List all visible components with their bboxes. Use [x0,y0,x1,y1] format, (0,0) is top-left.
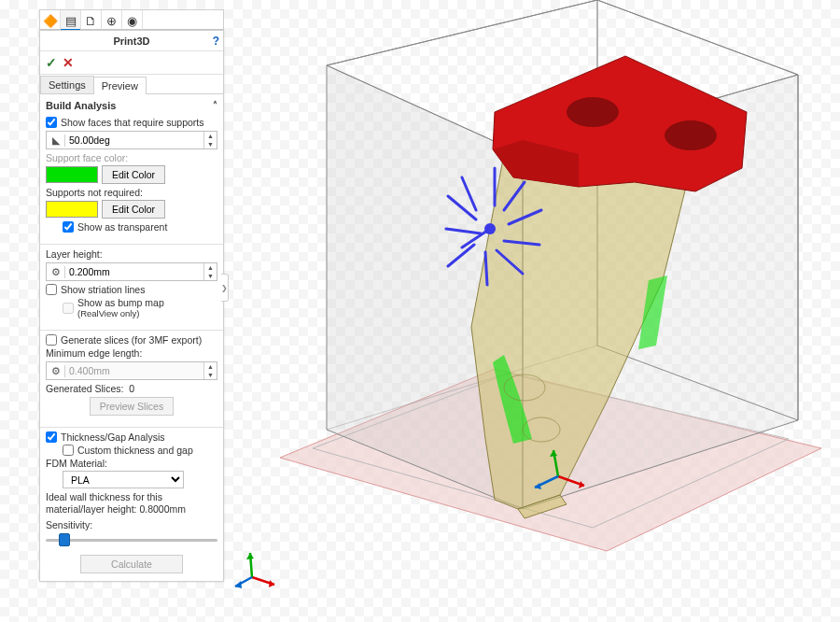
ideal-thickness-text: Ideal wall thickness for this material/l… [46,491,217,516]
tab-icon-3[interactable]: 🗋 [81,10,102,31]
tab-icon-5[interactable]: ◉ [122,10,143,31]
bump-label: Show as bump map [77,297,164,308]
layer-height-input-group: ⚙ ▲▼ [46,262,217,281]
bump-sub-label: (RealView only) [77,308,164,318]
custom-thickness-checkbox[interactable] [63,445,74,456]
tab-icon-2[interactable]: ▤ [61,10,81,31]
layer-height-title: Layer height: [46,248,217,260]
angle-input[interactable] [65,132,203,148]
custom-thickness-label: Custom thickness and gap [77,445,193,456]
min-edge-input-group: ⚙ ▲▼ [46,361,217,380]
confirm-row: ✓ ✕ [40,51,223,75]
material-select[interactable]: PLA [63,471,184,488]
thickness-analysis-label: Thickness/Gap Analysis [61,431,164,443]
tab-icon-4[interactable]: ⊕ [102,10,122,31]
support-color-label: Support face color: [46,152,217,163]
panel-title-bar: Print3D ? [40,31,223,51]
support-color-swatch[interactable] [46,166,98,183]
preview-slices-button: Preview Slices [90,397,174,416]
panel-title: Print3D [113,35,149,47]
show-supports-label: Show faces that require supports [61,117,204,128]
accept-button[interactable]: ✓ [46,55,57,70]
view-triad[interactable] [233,547,280,594]
layer-section: Layer height: ⚙ ▲▼ Show striation lines … [40,236,223,322]
tab-preview[interactable]: Preview [93,77,147,94]
slices-section: Generate slices (for 3MF export) Minimum… [40,322,223,419]
feature-manager-tabs: 🔶 ▤ 🗋 ⊕ ◉ [39,9,224,30]
thickness-section: Thickness/Gap Analysis Custom thickness … [40,419,223,581]
help-icon[interactable]: ? [213,35,219,48]
generate-slices-label: Generate slices (for 3MF export) [61,334,202,346]
generated-slices-row: Generated Slices: 0 [46,383,217,394]
build-analysis-header[interactable]: Build Analysis ˄ [46,98,217,115]
sensitivity-label: Sensitivity: [46,519,217,530]
svg-point-11 [567,97,619,127]
calculate-button: Calculate [80,555,183,573]
show-supports-checkbox[interactable] [46,117,57,128]
striation-label: Show striation lines [61,284,145,295]
show-transparent-checkbox[interactable] [63,221,74,233]
no-support-color-swatch[interactable] [46,201,98,218]
edit-nosupport-color-button[interactable]: Edit Color [102,200,165,219]
material-label: FDM Material: [46,458,217,469]
edit-support-color-button[interactable]: Edit Color [102,165,165,184]
angle-stepper[interactable]: ▲▼ [203,132,217,148]
svg-line-21 [485,252,487,285]
tab-settings[interactable]: Settings [40,76,94,93]
layer-height-input[interactable] [65,263,203,280]
generate-slices-checkbox[interactable] [46,334,57,346]
cancel-button[interactable]: ✕ [63,55,74,70]
angle-icon: ◣ [47,134,65,147]
sensitivity-slider[interactable] [46,530,217,549]
3d-viewport[interactable] [224,0,840,622]
show-transparent-label: Show as transparent [77,221,167,233]
min-edge-icon: ⚙ [47,365,65,377]
min-edge-input [65,362,203,379]
3d-scene [224,0,840,622]
svg-marker-34 [246,553,254,559]
svg-point-12 [665,120,717,150]
chevron-up-icon: ˄ [213,100,217,111]
svg-line-6 [327,0,597,65]
no-support-label: Supports not required: [46,187,217,198]
layer-height-icon: ⚙ [47,266,65,278]
bump-checkbox [63,303,74,314]
layer-height-stepper[interactable]: ▲▼ [203,263,217,280]
build-analysis-section: Build Analysis ˄ Show faces that require… [40,94,223,236]
svg-point-24 [484,223,496,234]
thickness-analysis-checkbox[interactable] [46,431,57,443]
striation-checkbox[interactable] [46,284,57,295]
min-edge-label: Minimum edge length: [46,347,217,359]
subtabs: Settings Preview [40,76,223,94]
tab-icon-1[interactable]: 🔶 [40,10,61,31]
property-panel: Print3D ? ✓ ✕ Settings Preview Build Ana… [39,30,224,582]
angle-input-group: ◣ ▲▼ [46,131,217,149]
min-edge-stepper: ▲▼ [203,362,217,379]
